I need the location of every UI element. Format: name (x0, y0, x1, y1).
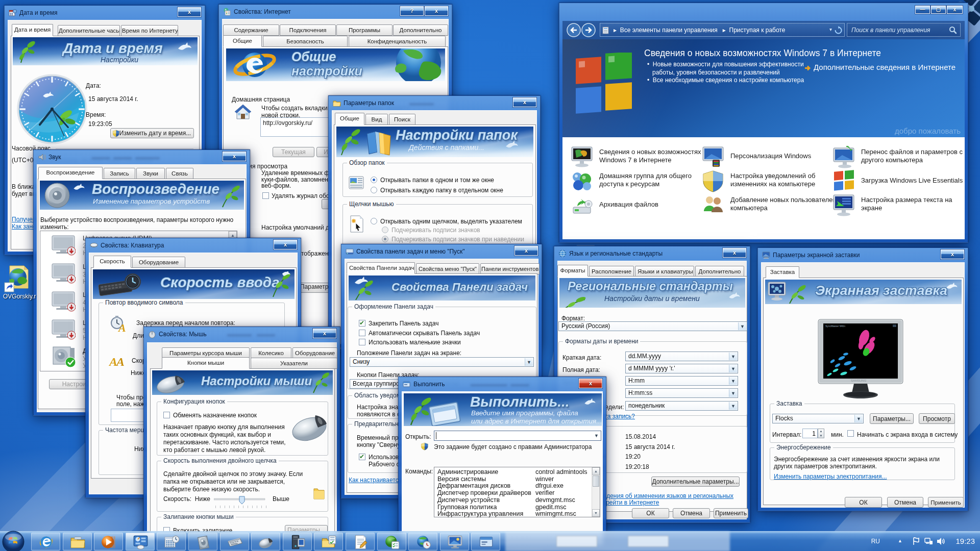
svg-text:SAMSUNG: SAMSUNG (851, 379, 867, 382)
svg-text:SyncMaster 940n: SyncMaster 940n (825, 324, 845, 328)
svg-text:A: A (117, 321, 126, 333)
svg-text:A: A (115, 355, 125, 368)
